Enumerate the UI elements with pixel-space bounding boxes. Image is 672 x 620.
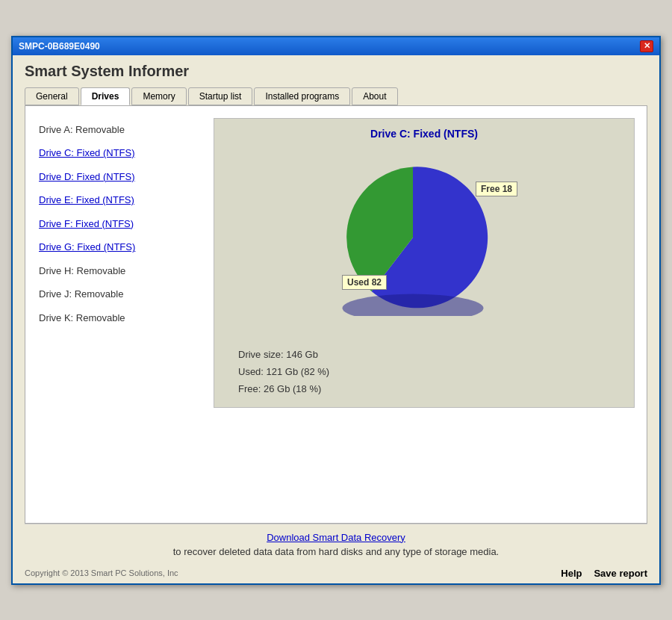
list-item: Drive H: Removable <box>37 259 202 283</box>
tab-about[interactable]: About <box>352 87 397 105</box>
tab-installed-programs[interactable]: Installed programs <box>254 87 350 105</box>
tab-general[interactable]: General <box>25 87 79 105</box>
chart-title: Drive C: Fixed (NTFS) <box>370 128 478 140</box>
list-item[interactable]: Drive G: Fixed (NTFS) <box>37 235 202 259</box>
drive-list: Drive A: Removable Drive C: Fixed (NTFS)… <box>37 118 202 408</box>
download-link[interactable]: Download Smart Data Recovery <box>267 532 405 543</box>
main-window: SMPC-0B689E0490 ✕ Smart System Informer … <box>11 36 661 585</box>
app-title: Smart System Informer <box>25 63 647 80</box>
tab-memory[interactable]: Memory <box>131 87 186 105</box>
help-button[interactable]: Help <box>561 568 582 579</box>
tab-drives[interactable]: Drives <box>81 87 131 105</box>
title-bar: SMPC-0B689E0490 ✕ <box>13 37 659 55</box>
free-label: Free 18 <box>476 182 517 196</box>
list-item[interactable]: Drive E: Fixed (NTFS) <box>37 188 202 212</box>
tab-bar: General Drives Memory Startup list Insta… <box>25 87 647 105</box>
copyright-text: Copyright © 2013 Smart PC Solutions, Inc <box>25 568 178 577</box>
bottom-bar: Copyright © 2013 Smart PC Solutions, Inc… <box>13 562 659 583</box>
drive-stats: Drive size: 146 Gb Used: 121 Gb (82 %) F… <box>223 346 329 398</box>
footer-description: to recover deleted data data from hard d… <box>25 546 647 557</box>
main-content: Drive A: Removable Drive C: Fixed (NTFS)… <box>25 105 647 524</box>
stat-free: Free: 26 Gb (18 %) <box>238 380 329 397</box>
tab-startup-list[interactable]: Startup list <box>188 87 253 105</box>
used-label: Used 82 <box>342 275 387 290</box>
list-item: Drive A: Removable <box>37 118 202 142</box>
list-item: Drive K: Removable <box>37 306 202 330</box>
app-header: Smart System Informer General Drives Mem… <box>13 55 659 105</box>
window-title: SMPC-0B689E0490 <box>19 41 100 52</box>
chart-panel: Drive C: Fixed (NTFS) Used 82 Free <box>214 118 635 408</box>
list-item: Drive J: Removable <box>37 282 202 306</box>
list-item[interactable]: Drive F: Fixed (NTFS) <box>37 212 202 236</box>
stat-used: Used: 121 Gb (82 %) <box>238 363 329 380</box>
save-report-button[interactable]: Save report <box>594 568 647 579</box>
pie-3d-bottom <box>343 294 484 315</box>
content-area: Drive A: Removable Drive C: Fixed (NTFS)… <box>37 118 635 408</box>
stat-size: Drive size: 146 Gb <box>238 346 329 363</box>
list-item[interactable]: Drive C: Fixed (NTFS) <box>37 141 202 165</box>
pie-chart-container: Used 82 Free 18 <box>335 159 514 323</box>
close-button[interactable]: ✕ <box>640 40 653 52</box>
pie-chart <box>335 159 491 316</box>
list-item[interactable]: Drive D: Fixed (NTFS) <box>37 165 202 189</box>
footer-section: Download Smart Data Recovery to recover … <box>25 524 647 562</box>
bottom-buttons: Help Save report <box>561 568 647 579</box>
